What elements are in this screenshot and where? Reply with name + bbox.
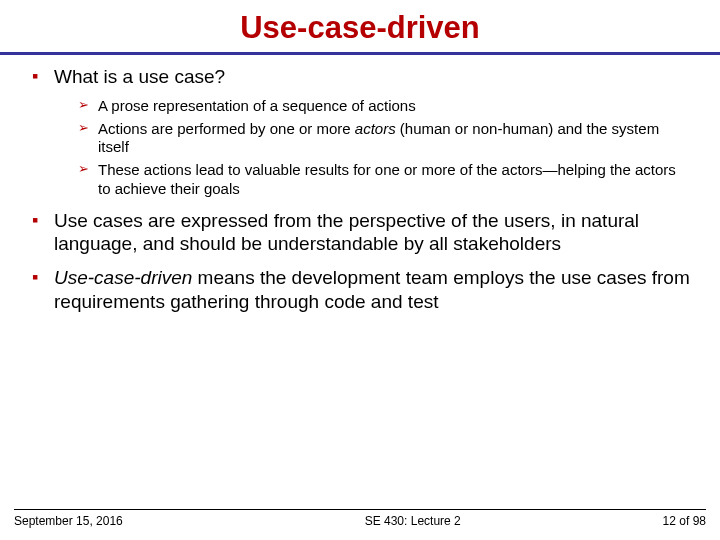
page-current: 12 xyxy=(663,514,676,528)
bullet-text: What is a use case? xyxy=(54,66,225,87)
sub-bullet-item: These actions lead to valuable results f… xyxy=(78,161,690,199)
sub-bullet-item: A prose representation of a sequence of … xyxy=(78,97,690,116)
bullet-item: Use-case-driven means the development te… xyxy=(30,266,690,314)
footer: September 15, 2016 SE 430: Lecture 2 12 … xyxy=(0,509,720,528)
sub-bullet-text-part: Actions are performed by one or more xyxy=(98,120,355,137)
bullet-text: Use cases are expressed from the perspec… xyxy=(54,210,639,255)
footer-course: SE 430: Lecture 2 xyxy=(185,514,536,528)
content-area: What is a use case? A prose representati… xyxy=(0,55,720,314)
slide: Use-case-driven What is a use case? A pr… xyxy=(0,0,720,540)
bullet-item: What is a use case? A prose representati… xyxy=(30,65,690,199)
page-sep: of xyxy=(676,514,693,528)
sub-bullet-text: These actions lead to valuable results f… xyxy=(98,161,676,197)
footer-rule xyxy=(14,509,706,510)
bullet-em: Use-case-driven xyxy=(54,267,192,288)
slide-title: Use-case-driven xyxy=(0,0,720,52)
footer-row: September 15, 2016 SE 430: Lecture 2 12 … xyxy=(14,514,706,528)
footer-date: September 15, 2016 xyxy=(14,514,185,528)
page-total: 98 xyxy=(693,514,706,528)
bullet-list: What is a use case? A prose representati… xyxy=(30,65,690,314)
bullet-item: Use cases are expressed from the perspec… xyxy=(30,209,690,257)
sub-bullet-item: Actions are performed by one or more act… xyxy=(78,120,690,158)
footer-page: 12 of 98 xyxy=(535,514,706,528)
sub-bullet-text: A prose representation of a sequence of … xyxy=(98,97,416,114)
sub-bullet-em: actors xyxy=(355,120,396,137)
sub-bullet-list: A prose representation of a sequence of … xyxy=(78,97,690,199)
